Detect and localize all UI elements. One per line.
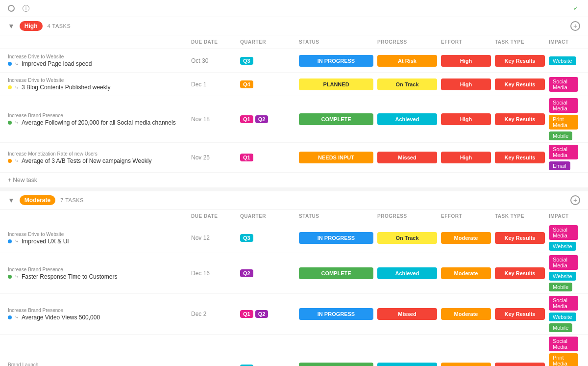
quarter-badge[interactable]: Q2	[240, 269, 253, 277]
table-row: Increase Brand Presence ⤷ Faster Respons…	[0, 253, 588, 294]
quarter-badge[interactable]: Q2	[255, 310, 269, 318]
table-row: Increase Monetization Rate of new Users …	[0, 143, 588, 173]
impact-badge: Social Media	[549, 337, 578, 351]
impact-badge: Website	[549, 242, 576, 251]
quarter-col: Q3	[238, 234, 297, 242]
status-col: IN PROGRESS	[297, 54, 375, 68]
quarter-badge[interactable]: Q2	[255, 115, 269, 123]
task-title[interactable]: Improved Page load speed	[22, 60, 92, 67]
due-date: Dec 16	[189, 270, 238, 277]
progress-badge: Missed	[377, 152, 437, 163]
task-link-icon: ⤷	[15, 238, 19, 244]
info-icon[interactable]: i	[23, 5, 29, 12]
expand-icon[interactable]: ▼	[8, 196, 15, 204]
task-category: Increase Drive to Website	[8, 232, 189, 237]
impact-badge: Website	[549, 272, 576, 281]
task-category: Increase Brand Presence	[8, 267, 189, 272]
due-date: Dec 2	[189, 311, 238, 317]
task-count-high: 4 TASKS	[48, 23, 71, 29]
priority-badge-high: High	[20, 21, 43, 31]
status-badge: COMPLETE	[299, 113, 373, 125]
impact-col: Social MediaEmail	[547, 143, 580, 172]
task-title[interactable]: Faster Response Time to Customers	[22, 273, 117, 280]
quarter-badge[interactable]: Q3	[240, 234, 253, 242]
table-row: Increase Drive to Website ⤷ Improved UX …	[0, 223, 588, 253]
task-title-row: ⤷ Average Following of 200,000 for all S…	[8, 119, 189, 126]
tasktype-col: Key Results	[493, 307, 547, 321]
effort-badge: High	[441, 78, 491, 90]
impact-badge: Social Media	[549, 225, 578, 240]
task-link-icon: ⤷	[15, 158, 19, 163]
task-category: Increase Drive to Website	[8, 54, 189, 59]
progress-badge: Achieved	[377, 363, 437, 366]
section-moderate: ▼ Moderate 7 TASKS + DUE DATEQUARTERSTAT…	[0, 191, 588, 366]
table-row: Increase Brand Presence ⤷ Average Video …	[0, 294, 588, 335]
tasktype-badge: Key Results	[495, 113, 545, 125]
effort-col: High	[439, 151, 493, 164]
task-title[interactable]: Average Video Views 500,000	[22, 314, 100, 321]
task-link-icon: ⤷	[15, 314, 19, 320]
quarter-badge[interactable]: Q1	[240, 310, 253, 318]
add-section-button[interactable]: +	[570, 195, 580, 205]
impact-badge: Social Media	[549, 145, 578, 159]
quarter-badge[interactable]: Q3	[240, 57, 253, 65]
task-category: Brand Launch	[8, 362, 189, 366]
due-date: Nov 25	[189, 154, 238, 161]
tasktype-badge: Key Results	[495, 308, 545, 320]
impact-badge: Social Media	[549, 77, 578, 92]
tasktype-col: Key Results	[493, 78, 547, 91]
quarter-col: Q4	[238, 80, 297, 88]
progress-col: Achieved	[375, 112, 439, 126]
status-col: IN PROGRESS	[297, 231, 375, 245]
task-title-row: ⤷ Faster Response Time to Customers	[8, 273, 189, 280]
effort-badge: Moderate	[441, 363, 491, 366]
progress-badge: Achieved	[377, 113, 437, 125]
add-section-button[interactable]: +	[570, 21, 580, 31]
quarter-badge[interactable]: Q1	[240, 154, 253, 161]
table-header: DUE DATEQUARTERSTATUSPROGRESSEFFORTTASK …	[0, 35, 588, 49]
tasktype-badge: Key Results	[495, 267, 545, 279]
progress-badge: Achieved	[377, 267, 437, 279]
effort-badge: High	[441, 113, 491, 125]
add-task-row[interactable]: + New task	[0, 173, 588, 187]
task-category: Increase Drive to Website	[8, 78, 189, 83]
col-impact: IMPACT	[547, 35, 580, 49]
col-task	[8, 209, 189, 223]
task-name-col: Increase Monetization Rate of new Users …	[8, 148, 189, 167]
task-title[interactable]: Average of 3 A/B Tests of New campaigns …	[22, 157, 151, 164]
task-title[interactable]: 3 Blog Contents Published weekly	[22, 84, 110, 91]
effort-badge: Moderate	[441, 308, 491, 320]
task-dot	[8, 159, 12, 163]
task-title-row: ⤷ Improved UX & UI	[8, 238, 189, 245]
effort-badge: Moderate	[441, 232, 491, 244]
task-title[interactable]: Improved UX & UI	[22, 238, 69, 245]
task-name-col: Increase Brand Presence ⤷ Faster Respons…	[8, 264, 189, 283]
tasktype-col: Key Results	[493, 112, 547, 126]
impact-badge: Mobile	[549, 323, 572, 332]
task-title[interactable]: Average Following of 200,000 for all Soc…	[22, 119, 176, 126]
col-impact: IMPACT	[547, 209, 580, 223]
task-link-icon: ⤷	[15, 85, 19, 90]
impact-badge: Social Media	[549, 98, 578, 113]
impact-badge: Mobile	[549, 131, 572, 140]
quarter-badge[interactable]: Q4	[240, 80, 253, 88]
task-name-col: Brand Launch ⤷ New Slogan encapsulating …	[8, 359, 189, 366]
section-header-high: ▼ High 4 TASKS +	[0, 17, 588, 35]
status-col: NEEDS INPUT	[297, 151, 375, 164]
table-row: Increase Drive to Website ⤷ Improved Pag…	[0, 49, 588, 73]
effort-col: High	[439, 112, 493, 126]
status-col: COMPLETE	[297, 362, 375, 366]
impact-col: Social MediaPrint MediaMobile	[547, 96, 580, 142]
task-link-icon: ⤷	[15, 61, 19, 67]
impact-col: Social MediaWebsiteMobile	[547, 294, 580, 334]
expand-icon[interactable]: ▼	[8, 22, 15, 30]
quarter-col: Q3	[238, 57, 297, 65]
priority-badge-moderate: Moderate	[20, 195, 55, 205]
task-title-row: ⤷ Average of 3 A/B Tests of New campaign…	[8, 157, 189, 164]
progress-col: On Track	[375, 231, 439, 245]
col-progress: PROGRESS	[375, 209, 439, 223]
hide-closed-button[interactable]: ✓	[573, 5, 580, 12]
quarter-badge[interactable]: Q1	[240, 115, 253, 123]
effort-badge: High	[441, 55, 491, 67]
col-quarter: QUARTER	[238, 35, 297, 49]
